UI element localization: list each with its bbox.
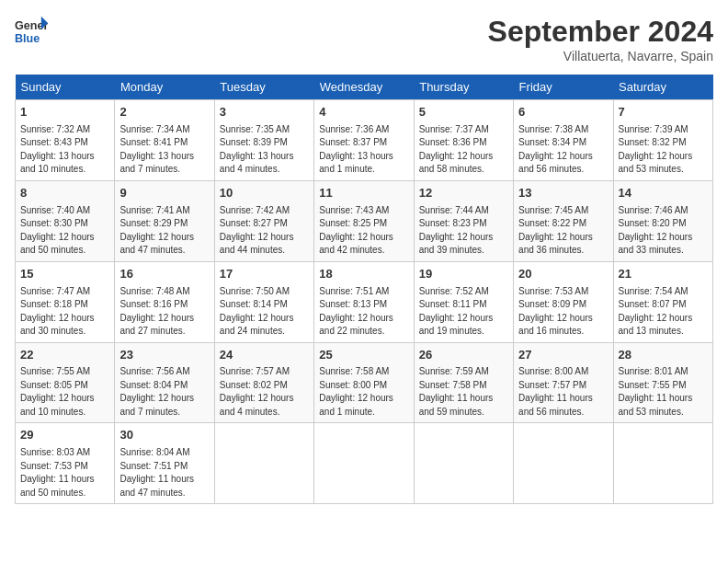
day-info: Sunrise: 7:48 AMSunset: 8:16 PMDaylight:… <box>119 285 209 339</box>
day-cell-6: 6Sunrise: 7:38 AMSunset: 8:34 PMDaylight… <box>514 100 613 181</box>
day-number: 4 <box>319 104 408 121</box>
day-number: 30 <box>119 427 209 444</box>
day-info: Sunrise: 7:56 AMSunset: 8:04 PMDaylight:… <box>119 365 209 419</box>
day-number: 9 <box>119 185 209 202</box>
day-cell-8: 8Sunrise: 7:40 AMSunset: 8:30 PMDaylight… <box>16 180 115 261</box>
weekday-header-tuesday: Tuesday <box>214 75 313 100</box>
weekday-header-row: SundayMondayTuesdayWednesdayThursdayFrid… <box>16 75 713 100</box>
day-info: Sunrise: 8:03 AMSunset: 7:53 PMDaylight:… <box>20 446 109 500</box>
day-info: Sunrise: 7:47 AMSunset: 8:18 PMDaylight:… <box>20 285 109 339</box>
day-cell-23: 23Sunrise: 7:56 AMSunset: 8:04 PMDayligh… <box>115 342 214 423</box>
day-cell-26: 26Sunrise: 7:59 AMSunset: 7:58 PMDayligh… <box>414 342 513 423</box>
day-number: 26 <box>419 347 508 364</box>
day-info: Sunrise: 7:46 AMSunset: 8:20 PMDaylight:… <box>619 204 708 258</box>
day-info: Sunrise: 7:32 AMSunset: 8:43 PMDaylight:… <box>20 123 109 177</box>
day-cell-20: 20Sunrise: 7:53 AMSunset: 8:09 PMDayligh… <box>514 261 613 342</box>
day-cell-29: 29Sunrise: 8:03 AMSunset: 7:53 PMDayligh… <box>16 423 115 504</box>
day-cell-25: 25Sunrise: 7:58 AMSunset: 8:00 PMDayligh… <box>314 342 414 423</box>
day-number: 22 <box>20 347 109 364</box>
day-cell-7: 7Sunrise: 7:39 AMSunset: 8:32 PMDaylight… <box>613 100 712 181</box>
empty-cell <box>214 423 313 504</box>
day-cell-27: 27Sunrise: 8:00 AMSunset: 7:57 PMDayligh… <box>514 342 613 423</box>
day-cell-11: 11Sunrise: 7:43 AMSunset: 8:25 PMDayligh… <box>314 180 414 261</box>
day-info: Sunrise: 7:57 AMSunset: 8:02 PMDaylight:… <box>220 365 309 419</box>
day-info: Sunrise: 7:53 AMSunset: 8:09 PMDaylight:… <box>518 285 608 339</box>
day-number: 16 <box>119 266 209 283</box>
day-cell-12: 12Sunrise: 7:44 AMSunset: 8:23 PMDayligh… <box>414 180 513 261</box>
day-number: 15 <box>20 266 109 283</box>
day-info: Sunrise: 7:51 AMSunset: 8:13 PMDaylight:… <box>319 285 408 339</box>
weekday-header-wednesday: Wednesday <box>314 75 414 100</box>
day-number: 20 <box>518 266 608 283</box>
day-number: 29 <box>20 427 109 444</box>
day-cell-3: 3Sunrise: 7:35 AMSunset: 8:39 PMDaylight… <box>214 100 313 181</box>
day-info: Sunrise: 7:50 AMSunset: 8:14 PMDaylight:… <box>220 285 309 339</box>
day-number: 14 <box>619 185 708 202</box>
day-number: 23 <box>119 347 209 364</box>
svg-text:Blue: Blue <box>15 32 40 45</box>
day-number: 11 <box>319 185 408 202</box>
empty-cell <box>514 423 613 504</box>
day-number: 21 <box>619 266 708 283</box>
day-number: 12 <box>419 185 508 202</box>
weekday-header-saturday: Saturday <box>613 75 712 100</box>
day-cell-24: 24Sunrise: 7:57 AMSunset: 8:02 PMDayligh… <box>214 342 313 423</box>
week-row-1: 1Sunrise: 7:32 AMSunset: 8:43 PMDaylight… <box>16 100 713 181</box>
week-row-5: 29Sunrise: 8:03 AMSunset: 7:53 PMDayligh… <box>16 423 713 504</box>
weekday-header-sunday: Sunday <box>16 75 115 100</box>
day-number: 27 <box>518 347 608 364</box>
day-cell-10: 10Sunrise: 7:42 AMSunset: 8:27 PMDayligh… <box>214 180 313 261</box>
day-number: 13 <box>518 185 608 202</box>
day-number: 25 <box>319 347 408 364</box>
weekday-header-monday: Monday <box>115 75 214 100</box>
day-cell-21: 21Sunrise: 7:54 AMSunset: 8:07 PMDayligh… <box>613 261 712 342</box>
day-info: Sunrise: 7:38 AMSunset: 8:34 PMDaylight:… <box>518 123 608 177</box>
day-info: Sunrise: 7:43 AMSunset: 8:25 PMDaylight:… <box>319 204 408 258</box>
day-info: Sunrise: 7:41 AMSunset: 8:29 PMDaylight:… <box>119 204 209 258</box>
day-cell-30: 30Sunrise: 8:04 AMSunset: 7:51 PMDayligh… <box>115 423 214 504</box>
day-number: 24 <box>220 347 309 364</box>
logo-icon: General Blue <box>15 15 48 48</box>
page-header: General Blue September 2024 Villatuerta,… <box>15 15 713 63</box>
day-number: 6 <box>518 104 608 121</box>
day-info: Sunrise: 7:58 AMSunset: 8:00 PMDaylight:… <box>319 365 408 419</box>
day-number: 19 <box>419 266 508 283</box>
day-info: Sunrise: 7:55 AMSunset: 8:05 PMDaylight:… <box>20 365 109 419</box>
logo: General Blue <box>15 15 48 48</box>
empty-cell <box>613 423 712 504</box>
day-cell-9: 9Sunrise: 7:41 AMSunset: 8:29 PMDaylight… <box>115 180 214 261</box>
day-info: Sunrise: 7:35 AMSunset: 8:39 PMDaylight:… <box>220 123 309 177</box>
day-cell-2: 2Sunrise: 7:34 AMSunset: 8:41 PMDaylight… <box>115 100 214 181</box>
day-info: Sunrise: 7:40 AMSunset: 8:30 PMDaylight:… <box>20 204 109 258</box>
location: Villatuerta, Navarre, Spain <box>488 49 713 63</box>
day-number: 10 <box>220 185 309 202</box>
day-info: Sunrise: 8:01 AMSunset: 7:55 PMDaylight:… <box>619 365 708 419</box>
day-info: Sunrise: 7:59 AMSunset: 7:58 PMDaylight:… <box>419 365 508 419</box>
week-row-2: 8Sunrise: 7:40 AMSunset: 8:30 PMDaylight… <box>16 180 713 261</box>
day-cell-14: 14Sunrise: 7:46 AMSunset: 8:20 PMDayligh… <box>613 180 712 261</box>
week-row-3: 15Sunrise: 7:47 AMSunset: 8:18 PMDayligh… <box>16 261 713 342</box>
day-info: Sunrise: 7:52 AMSunset: 8:11 PMDaylight:… <box>419 285 508 339</box>
empty-cell <box>314 423 414 504</box>
month-title: September 2024 <box>488 15 713 49</box>
day-number: 18 <box>319 266 408 283</box>
day-cell-22: 22Sunrise: 7:55 AMSunset: 8:05 PMDayligh… <box>16 342 115 423</box>
day-number: 1 <box>20 104 109 121</box>
title-block: September 2024 Villatuerta, Navarre, Spa… <box>488 15 713 63</box>
day-number: 28 <box>619 347 708 364</box>
day-number: 7 <box>619 104 708 121</box>
day-info: Sunrise: 7:54 AMSunset: 8:07 PMDaylight:… <box>619 285 708 339</box>
day-info: Sunrise: 7:44 AMSunset: 8:23 PMDaylight:… <box>419 204 508 258</box>
day-cell-17: 17Sunrise: 7:50 AMSunset: 8:14 PMDayligh… <box>214 261 313 342</box>
day-info: Sunrise: 7:37 AMSunset: 8:36 PMDaylight:… <box>419 123 508 177</box>
day-info: Sunrise: 7:34 AMSunset: 8:41 PMDaylight:… <box>119 123 209 177</box>
day-cell-15: 15Sunrise: 7:47 AMSunset: 8:18 PMDayligh… <box>16 261 115 342</box>
week-row-4: 22Sunrise: 7:55 AMSunset: 8:05 PMDayligh… <box>16 342 713 423</box>
day-cell-28: 28Sunrise: 8:01 AMSunset: 7:55 PMDayligh… <box>613 342 712 423</box>
day-number: 3 <box>220 104 309 121</box>
day-info: Sunrise: 7:42 AMSunset: 8:27 PMDaylight:… <box>220 204 309 258</box>
day-cell-1: 1Sunrise: 7:32 AMSunset: 8:43 PMDaylight… <box>16 100 115 181</box>
day-info: Sunrise: 7:45 AMSunset: 8:22 PMDaylight:… <box>518 204 608 258</box>
day-cell-18: 18Sunrise: 7:51 AMSunset: 8:13 PMDayligh… <box>314 261 414 342</box>
day-number: 5 <box>419 104 508 121</box>
